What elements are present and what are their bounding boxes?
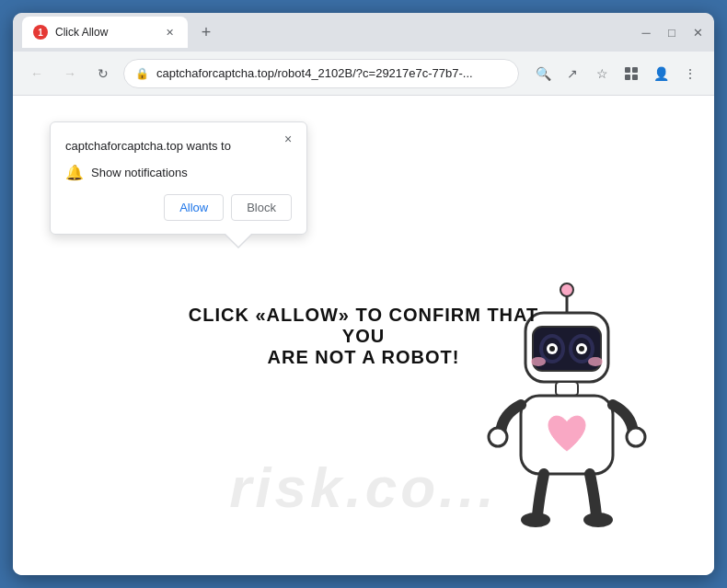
popup-title: captchaforcaptcha.top wants to [65, 139, 292, 153]
toolbar-icons: 🔍 ↗ ☆ 👤 ⋮ [530, 61, 703, 86]
main-text-block: CLICK «ALLOW» TO CONFIRM THAT YOU ARE NO… [189, 304, 539, 367]
extensions-icon[interactable] [618, 61, 644, 86]
page-content: × captchaforcaptcha.top wants to 🔔 Show … [13, 96, 714, 575]
minimize-button[interactable]: ─ [639, 25, 653, 40]
maximize-button[interactable]: □ [664, 25, 679, 40]
forward-button[interactable]: → [57, 61, 83, 86]
bookmark-icon[interactable]: ☆ [589, 61, 615, 86]
svg-point-22 [521, 513, 550, 527]
allow-button[interactable]: Allow [164, 194, 224, 221]
title-bar: 1 Click Allow ✕ + ─ □ ✕ [13, 13, 714, 52]
search-icon[interactable]: 🔍 [530, 61, 556, 86]
address-input[interactable]: 🔒 captchaforcaptcha.top/robot4_2102B/?c=… [123, 59, 519, 88]
block-button[interactable]: Block [231, 194, 292, 221]
browser-window: 1 Click Allow ✕ + ─ □ ✕ ← → ↻ 🔒 captchaf… [13, 13, 714, 575]
lock-icon: 🔒 [135, 67, 149, 80]
page-line2: ARE NOT A ROBOT! [189, 346, 539, 367]
svg-point-20 [489, 428, 507, 446]
svg-rect-0 [625, 67, 630, 73]
watermark: risk.co... [229, 455, 498, 520]
active-tab[interactable]: 1 Click Allow ✕ [22, 17, 188, 48]
tab-close-button[interactable]: ✕ [162, 25, 177, 40]
popup-notification-row: 🔔 Show notifications [65, 164, 292, 181]
popup-notification-label: Show notifications [91, 166, 188, 179]
new-tab-button[interactable]: + [193, 19, 219, 45]
bell-icon: 🔔 [65, 164, 84, 181]
tab-favicon: 1 [33, 25, 48, 40]
back-button[interactable]: ← [24, 61, 50, 86]
svg-rect-1 [632, 67, 638, 73]
svg-point-21 [627, 428, 645, 446]
share-icon[interactable]: ↗ [560, 61, 585, 86]
svg-point-15 [579, 346, 584, 352]
svg-point-23 [583, 513, 613, 527]
menu-icon[interactable]: ⋮ [677, 61, 703, 86]
tab-title: Click Allow [55, 26, 155, 39]
svg-point-17 [588, 357, 603, 366]
page-line1: CLICK «ALLOW» TO CONFIRM THAT YOU [189, 304, 539, 346]
tab-bar: 1 Click Allow ✕ + [22, 17, 631, 48]
reload-button[interactable]: ↻ [90, 61, 116, 86]
window-controls: ─ □ ✕ [639, 25, 705, 40]
svg-rect-2 [625, 75, 630, 80]
page-body: × captchaforcaptcha.top wants to 🔔 Show … [13, 96, 714, 575]
svg-point-5 [560, 283, 573, 296]
svg-rect-18 [556, 382, 578, 396]
close-window-button[interactable]: ✕ [690, 25, 705, 40]
popup-close-button[interactable]: × [279, 130, 297, 148]
notification-popup: × captchaforcaptcha.top wants to 🔔 Show … [50, 121, 307, 235]
address-text: captchaforcaptcha.top/robot4_2102B/?c=29… [156, 66, 507, 80]
svg-point-14 [549, 346, 555, 352]
popup-buttons: Allow Block [65, 194, 292, 221]
profile-icon[interactable]: 👤 [648, 61, 674, 86]
address-bar: ← → ↻ 🔒 captchaforcaptcha.top/robot4_210… [13, 52, 714, 96]
svg-rect-3 [632, 75, 638, 80]
